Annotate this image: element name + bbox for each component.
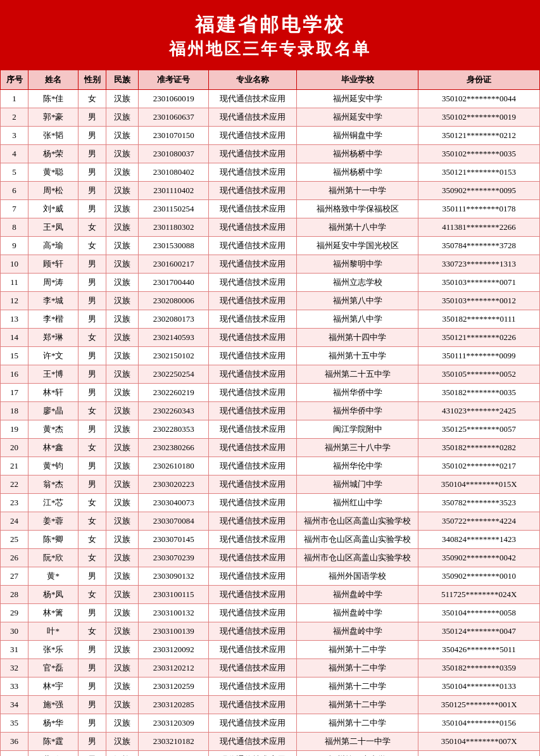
table-cell: 3: [1, 127, 28, 145]
table-cell: 2302150102: [139, 347, 208, 365]
table-cell: 福州延安中学: [297, 108, 418, 127]
table-cell: 汉族: [106, 476, 139, 494]
table-cell: 现代通信技术应用: [208, 531, 296, 549]
table-cell: 男: [78, 108, 106, 127]
table-row: 8王*凤女汉族2301180302现代通信技术应用福州第十八中学411381**…: [1, 218, 540, 237]
table-cell: 汉族: [106, 384, 139, 402]
table-row: 10顾*轩男汉族2301600217现代通信技术应用福州黎明中学330723**…: [1, 255, 540, 274]
table-cell: 福州第三十八中学: [297, 439, 418, 457]
col-header-major: 专业名称: [208, 70, 296, 90]
table-cell: 现代通信技术应用: [208, 604, 296, 622]
table-cell: 23: [1, 494, 28, 512]
table-cell: 18: [1, 402, 28, 420]
table-cell: 350121********0226: [418, 329, 540, 347]
table-cell: 汉族: [106, 641, 139, 659]
table-cell: 现代通信技术应用: [208, 567, 296, 586]
table-cell: 5: [1, 163, 28, 182]
table-cell: 汉族: [106, 751, 139, 756]
table-cell: 汉族: [106, 292, 139, 310]
table-cell: 福州第十四中学: [297, 329, 418, 347]
table-cell: 350104********007X: [418, 733, 540, 751]
table-row: 18廖*晶女汉族2302260343现代通信技术应用福州华侨中学431023**…: [1, 402, 540, 420]
table-cell: 20: [1, 439, 28, 457]
table-row: 35杨*华男汉族2303120309现代通信技术应用福州第十二中学350104*…: [1, 714, 540, 733]
table-cell: 男: [78, 641, 106, 659]
table-cell: 福州市仓山区高盖山实验学校: [297, 531, 418, 549]
table-row: 1陈*佳女汉族2301060019现代通信技术应用福州延安中学350102***…: [1, 90, 540, 108]
table-cell: 350182********0282: [418, 439, 540, 457]
table-row: 13李*楷男汉族2302080173现代通信技术应用福州第八中学350182**…: [1, 310, 540, 329]
table-cell: 福州第十二中学: [297, 714, 418, 733]
table-cell: 杨*华: [28, 714, 78, 733]
title-line1: 福建省邮电学校: [6, 11, 534, 38]
table-cell: 2301080037: [139, 145, 208, 163]
table-cell: 福州第二十五中学: [297, 365, 418, 384]
table-cell: 汉族: [106, 622, 139, 641]
table-cell: 阮*欣: [28, 549, 78, 567]
table-cell: 黄*杰: [28, 420, 78, 439]
table-cell: 官*磊: [28, 659, 78, 677]
table-cell: 现代通信技术应用: [208, 237, 296, 255]
table-cell: 2303070084: [139, 512, 208, 531]
table-cell: 1: [1, 90, 28, 108]
table-cell: 现代通信技术应用: [208, 439, 296, 457]
table-cell: 2301080402: [139, 163, 208, 182]
table-cell: 女: [78, 439, 106, 457]
col-header-school: 毕业学校: [297, 70, 418, 90]
table-cell: 现代通信技术应用: [208, 310, 296, 329]
table-row: 17林*轩男汉族2302260219现代通信技术应用福州华侨中学350182**…: [1, 384, 540, 402]
table-cell: 杨*荣: [28, 145, 78, 163]
table-cell: 431023********2425: [418, 402, 540, 420]
table-cell: 陈*佳: [28, 90, 78, 108]
table-cell: 汉族: [106, 310, 139, 329]
table-row: 19黄*杰男汉族2302280353现代通信技术应用闽江学院附中350125**…: [1, 420, 540, 439]
table-cell: 24: [1, 512, 28, 531]
table-cell: 现代通信技术应用: [208, 751, 296, 756]
main-table-container: 序号 姓名 性别 民族 准考证号 专业名称 毕业学校 身份证 1陈*佳女汉族23…: [0, 70, 540, 756]
col-header-seq: 序号: [1, 70, 28, 90]
table-cell: 现代通信技术应用: [208, 714, 296, 733]
table-cell: 36: [1, 733, 28, 751]
table-cell: 33: [1, 677, 28, 696]
table-cell: 现代通信技术应用: [208, 622, 296, 641]
table-cell: 福州红山中学: [297, 494, 418, 512]
table-row: 34施*强男汉族2303120285现代通信技术应用福州第十二中学350125*…: [1, 696, 540, 714]
table-cell: 许*文: [28, 347, 78, 365]
table-cell: 2303120259: [139, 677, 208, 696]
table-cell: 411381********2266: [418, 218, 540, 237]
table-cell: 男: [78, 420, 106, 439]
table-cell: 男: [78, 145, 106, 163]
table-cell: 福州格致中学保福校区: [297, 200, 418, 218]
table-cell: 汉族: [106, 145, 139, 163]
table-cell: 汉族: [106, 549, 139, 567]
table-cell: 女: [78, 237, 106, 255]
table-cell: 2302280353: [139, 420, 208, 439]
table-cell: 高*瑜: [28, 237, 78, 255]
table-row: 12李*城男汉族2302080006现代通信技术应用福州第八中学350103**…: [1, 292, 540, 310]
table-cell: 350902********0095: [418, 182, 540, 200]
table-cell: 2303300073: [139, 751, 208, 756]
table-cell: 男: [78, 310, 106, 329]
table-cell: 现代通信技术应用: [208, 292, 296, 310]
table-cell: 张*韬: [28, 127, 78, 145]
table-cell: 350111********0099: [418, 347, 540, 365]
table-row: 22翁*杰男汉族2303020223现代通信技术应用福州城门中学350104**…: [1, 476, 540, 494]
table-cell: 汉族: [106, 108, 139, 127]
table-cell: 现代通信技术应用: [208, 218, 296, 237]
table-row: 33林*宇男汉族2303120259现代通信技术应用福州第十二中学350104*…: [1, 677, 540, 696]
table-cell: 王*凤: [28, 218, 78, 237]
table-cell: 汉族: [106, 439, 139, 457]
table-cell: 汉族: [106, 696, 139, 714]
table-cell: 汉族: [106, 567, 139, 586]
table-cell: 350182********0111: [418, 310, 540, 329]
table-cell: 现代通信技术应用: [208, 384, 296, 402]
table-cell: 2303100139: [139, 622, 208, 641]
table-cell: 福州盘岭中学: [297, 622, 418, 641]
table-cell: 女: [78, 512, 106, 531]
table-cell: 2303070239: [139, 549, 208, 567]
table-cell: 女: [78, 586, 106, 604]
table-cell: 闽江学院附中: [297, 420, 418, 439]
table-cell: 29: [1, 604, 28, 622]
table-cell: 汉族: [106, 200, 139, 218]
table-cell: 11: [1, 274, 28, 292]
